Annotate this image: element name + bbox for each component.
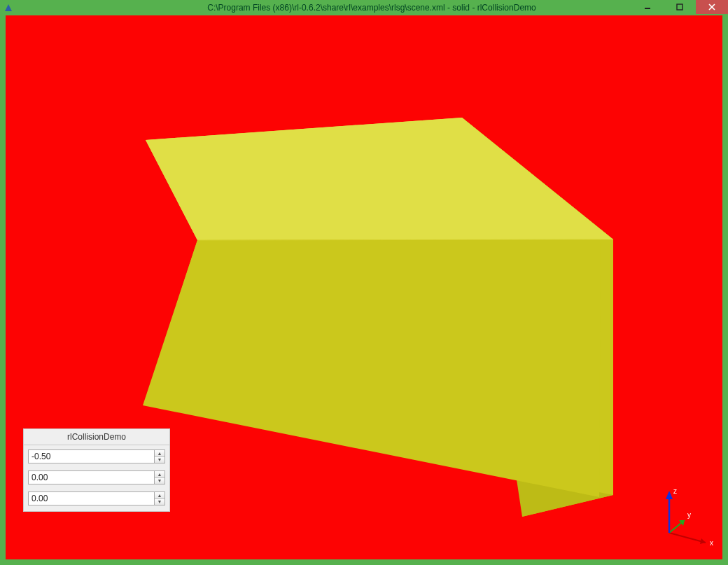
spin-input-1[interactable] [28,470,154,484]
chevron-up-icon: ▲ [158,472,162,477]
spin-row-2: ▲ ▼ [28,491,165,505]
spin-input-2[interactable] [28,491,154,505]
spin-up-2[interactable]: ▲ [155,492,164,498]
spin-down-2[interactable]: ▼ [155,498,164,505]
svg-rect-2 [677,4,682,10]
window-controls [631,0,728,14]
control-panel-body: ▲ ▼ ▲ ▼ [24,445,169,511]
chevron-down-icon: ▼ [158,499,162,504]
spin-buttons-0: ▲ ▼ [154,449,165,463]
spin-row-0: ▲ ▼ [28,449,165,463]
chevron-up-icon: ▲ [158,493,162,498]
svg-marker-0 [5,4,12,11]
spin-down-0[interactable]: ▼ [155,456,164,463]
chevron-down-icon: ▼ [158,457,162,462]
spin-input-0[interactable] [28,449,154,463]
app-icon [3,2,14,13]
maximize-button[interactable] [664,0,696,14]
chevron-down-icon: ▼ [158,478,162,483]
spin-buttons-1: ▲ ▼ [154,470,165,484]
chevron-up-icon: ▲ [158,451,162,456]
close-icon [708,4,715,11]
svg-rect-1 [645,8,650,9]
spin-buttons-2: ▲ ▼ [154,491,165,505]
minimize-button[interactable] [631,0,664,14]
minimize-icon [644,4,651,11]
control-panel[interactable]: rlCollisionDemo ▲ ▼ [23,428,170,512]
spin-up-1[interactable]: ▲ [155,471,164,477]
viewport-3d[interactable]: x y z rlCollisionDemo ▲ [6,15,722,559]
close-button[interactable] [696,0,728,14]
window-title: C:\Program Files (x86)\rl-0.6.2\share\rl… [18,3,725,13]
box-top-face-clean [146,118,613,240]
spin-up-0[interactable]: ▲ [155,450,164,456]
maximize-icon [676,4,683,11]
spin-row-1: ▲ ▼ [28,470,165,484]
app-window: C:\Program Files (x86)\rl-0.6.2\share\rl… [0,0,728,565]
spin-down-1[interactable]: ▼ [155,477,164,484]
control-panel-title: rlCollisionDemo [24,429,169,445]
box-front-face-clean [143,239,601,497]
titlebar[interactable]: C:\Program Files (x86)\rl-0.6.2\share\rl… [0,0,728,15]
